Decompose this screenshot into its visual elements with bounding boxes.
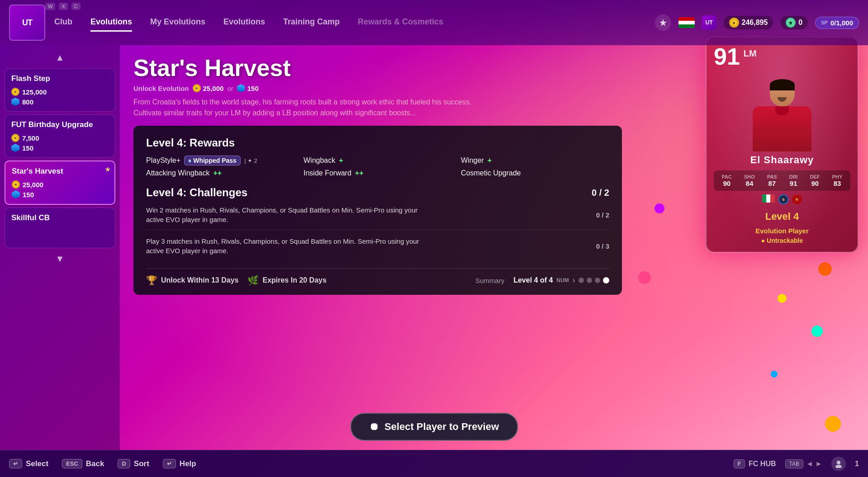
player-card-area: 91 LM — [705, 36, 859, 253]
sort-key: D — [118, 459, 130, 468]
tab-navigation[interactable]: TAB ◄ ► — [785, 459, 823, 468]
cost-shield-value: 150 — [22, 144, 33, 152]
action-back[interactable]: ESC Back — [62, 459, 104, 468]
scroll-down-button[interactable]: ▼ — [0, 251, 120, 267]
unlock-cost-shield: 150 — [237, 84, 259, 92]
evolution-card-flash-step[interactable]: Flash Step ● 125,000 800 — [5, 68, 115, 112]
stat-dri: DRI 91 — [789, 174, 798, 187]
nav-items: Club Evolutions My Evolutions Evolutions… — [54, 14, 655, 32]
unlock-icon: 🏆 — [146, 275, 157, 286]
svg-marker-1 — [788, 20, 793, 25]
evolution-card-title: Skillful CB — [11, 213, 109, 222]
evolution-card-skillful-cb[interactable]: Skillful CB — [5, 208, 115, 248]
reward-attacking-wingback: Attacking Wingback ++ — [146, 169, 294, 177]
select-label: Select — [26, 459, 48, 468]
svg-point-3 — [835, 465, 842, 468]
evolution-card-title: Star's Harvest — [12, 167, 108, 176]
evolution-card-stars-harvest[interactable]: Star's Harvest ● 25,000 150 ★ — [5, 161, 115, 205]
reward-inside-forward: Inside Forward ++ — [304, 169, 452, 177]
nav-item-club[interactable]: Club — [54, 14, 72, 32]
help-key: ↵ — [163, 459, 176, 468]
cost-coin-icon: ● — [12, 180, 20, 189]
challenge-row-2: Play 3 matches in Rush, Rivals, Champion… — [146, 236, 609, 261]
select-key: ↵ — [9, 459, 22, 468]
unlock-within-text: Unlock Within 13 Days — [161, 276, 238, 284]
scroll-up-button[interactable]: ▲ — [0, 50, 120, 66]
cost-coin-icon: ● — [11, 88, 19, 96]
reward-attacking-wingback-text: Attacking Wingback — [146, 169, 210, 177]
reward-winger: Winger + — [461, 156, 609, 165]
sp-badge: SP 0/1,000 — [815, 17, 859, 29]
nav-item-evolutions-sub[interactable]: Evolutions — [223, 14, 265, 32]
ut-small-icon: UT — [702, 15, 716, 30]
star-icon: ★ — [104, 165, 111, 174]
tournament-icon[interactable] — [655, 14, 671, 31]
player-stats-row: PAC 90 SHO 84 PAS 87 DRI 91 DEF 90 PHY 8… — [714, 170, 850, 191]
card-position: LM — [744, 48, 757, 59]
platform-icon-w: W — [45, 3, 55, 10]
flag-hungary[interactable] — [678, 17, 695, 28]
challenge-progress-1: 0 / 2 — [582, 210, 609, 220]
evolution-tag-text: Evolution Player — [714, 227, 850, 235]
cost-row-coins: ● 7,500 — [11, 134, 109, 142]
level-dots — [579, 277, 609, 283]
level-indicator: Level 4 of 4 NUM › — [513, 276, 609, 284]
f-key: F — [734, 459, 745, 468]
level-dot-2 — [587, 278, 592, 283]
player-count: 1 — [855, 460, 859, 468]
action-select[interactable]: ↵ Select — [9, 459, 48, 468]
level-dot-1 — [579, 278, 584, 283]
nav-item-evolutions[interactable]: Evolutions — [90, 14, 132, 32]
logo[interactable]: UT — [9, 5, 45, 41]
select-player-button[interactable]: ⏺ Select Player to Preview — [350, 413, 518, 441]
reward-playstyle-text: PlayStyle+ — [146, 156, 180, 165]
reward-cosmetic-upgrade: Cosmetic Upgrade — [461, 169, 609, 177]
unlock-coin-icon: ● — [193, 84, 201, 92]
select-player-icon: ⏺ — [369, 421, 379, 433]
bottom-actions: ↵ Select ESC Back D Sort ↵ Help — [9, 459, 196, 468]
coins-value: 246,895 — [742, 19, 768, 27]
rewards-grid: PlayStyle+ ♦ Whipped Pass | ✦ 2 Wingback… — [146, 156, 609, 177]
unlock-shield-amount: 150 — [247, 85, 259, 92]
evolution-description: From Croatia's fields to the world stage… — [133, 97, 495, 118]
card-rating: 91 — [714, 45, 740, 68]
summary-label: Summary — [475, 277, 504, 284]
challenges-total-score: 0 / 2 — [592, 188, 609, 198]
nav-item-my-evolutions[interactable]: My Evolutions — [150, 14, 205, 32]
platform-icons: W X C — [45, 3, 81, 10]
action-sort[interactable]: D Sort — [118, 459, 149, 468]
roma-badge: R — [792, 194, 802, 204]
reward-attacking-wingback-plus: ++ — [213, 169, 222, 177]
cost-row-shield: 150 — [12, 190, 108, 198]
help-label: Help — [180, 459, 196, 468]
cost-row-shield: 150 — [11, 144, 109, 152]
fc-hub-button[interactable]: F FC HUB — [734, 459, 776, 468]
platform-icon-c: C — [71, 3, 81, 10]
evolution-card-fut-birthday[interactable]: FUT Birthday Upgrade ● 7,500 150 — [5, 114, 115, 158]
challenges-section: Level 4: Challenges 0 / 2 Win 2 matches … — [146, 186, 609, 261]
action-help[interactable]: ↵ Help — [163, 459, 196, 468]
back-label: Back — [86, 459, 104, 468]
card-flags: S R — [714, 194, 850, 204]
expires-text: Expires In 20 Days — [262, 276, 326, 284]
evolution-card-costs: ● 7,500 150 — [11, 134, 109, 152]
reward-wingback-text: Wingback — [304, 156, 335, 165]
sidebar: ▲ Flash Step ● 125,000 800 FUT Birthday … — [0, 45, 120, 450]
player-silhouette — [737, 75, 827, 151]
bottom-right: F FC HUB TAB ◄ ► 1 — [734, 457, 859, 471]
reward-cosmetic-upgrade-text: Cosmetic Upgrade — [461, 169, 521, 177]
sp-value: 0/1,000 — [830, 19, 853, 27]
cost-coin-value: 25,000 — [23, 181, 43, 189]
svg-point-2 — [837, 461, 840, 464]
reward-inside-forward-text: Inside Forward — [304, 169, 351, 177]
expires-icon: 🌿 — [247, 275, 259, 286]
level-dot-3 — [595, 278, 600, 283]
untrackable-area: ● Untrackable — [714, 236, 850, 245]
unlock-cost-coins: ● 25,000 — [193, 84, 224, 92]
nav-item-rewards-cosmetics[interactable]: Rewards & Cosmetics — [358, 14, 443, 32]
profile-icon[interactable] — [831, 457, 846, 471]
player-card: 91 LM — [705, 36, 859, 253]
reward-wingback: Wingback + — [304, 156, 452, 165]
coins-badge: ● 246,895 — [724, 16, 773, 29]
nav-item-training-camp[interactable]: Training Camp — [283, 14, 340, 32]
